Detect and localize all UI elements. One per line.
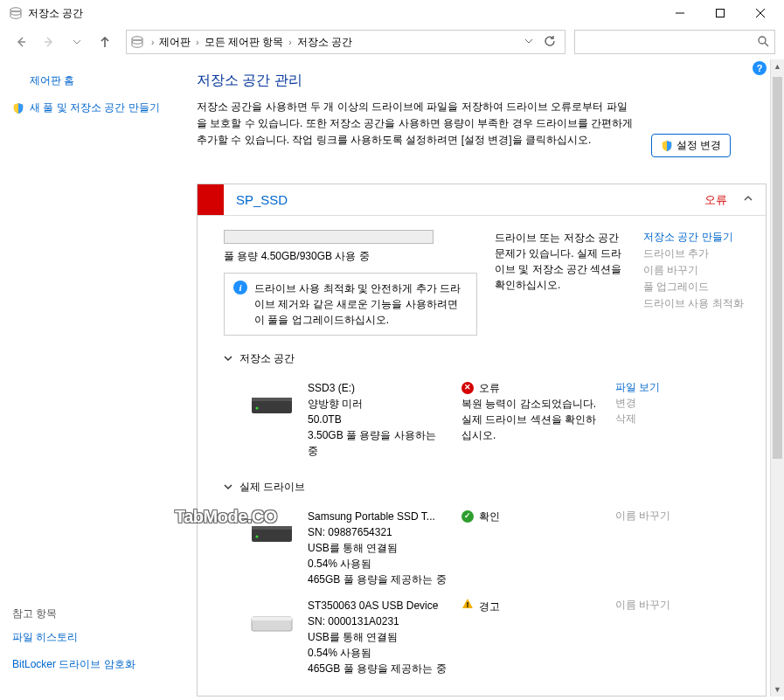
svg-rect-20 [252,617,292,620]
info-icon: i [233,281,247,295]
refresh-button[interactable] [538,35,561,50]
drive-sn: SN: 0000131A0231 [308,613,448,629]
info-text: 드라이브 사용 최적화 및 안전하게 추가 드라이브 제거와 같은 새로운 기능… [254,281,468,328]
drives-section-title[interactable]: 실제 드라이브 [224,480,748,495]
navbar: › 제어판 › 모든 제어판 항목 › 저장소 공간 [0,26,784,58]
shield-icon [661,140,673,152]
svg-point-18 [256,536,259,538]
svg-point-15 [256,407,259,410]
capacity-text: 풀 용량 4.50GB/930GB 사용 중 [224,249,477,264]
drive-icon [250,385,294,417]
main: 제어판 홈 새 풀 및 저장소 공간 만들기 참고 항목 파일 히스토리 Bit… [0,58,784,700]
breadcrumb-sep: › [287,38,293,47]
scroll-up-icon[interactable]: ▲ [771,59,784,73]
scroll-down-icon[interactable]: ▼ [771,683,784,697]
titlebar: 저장소 공간 [0,0,784,26]
svg-rect-17 [252,526,292,530]
optimize-link: 드라이브 사용 최적화 [643,296,748,311]
space-status: 오류 [479,380,500,396]
breadcrumb-sep: › [149,38,156,47]
svg-line-12 [765,43,768,46]
pool-panel: SP_SSD 오류 풀 용량 4.50GB/930GB 사용 중 i 드라이브 … [197,184,767,697]
change-settings-button[interactable]: 설정 변경 [651,134,731,157]
drive-icon [250,514,294,545]
space-item: SSD3 (E:) 양방향 미러 50.0TB 3.50GB 풀 용량을 사용하… [224,375,748,464]
drive-status: 경고 [479,599,500,614]
drive-conn: USB를 통해 연결됨 [308,629,448,645]
recent-dropdown[interactable] [65,30,89,54]
svg-point-11 [759,37,766,44]
content: ? 저장소 공간 관리 저장소 공간을 사용하면 두 개 이상의 드라이브에 파… [188,58,784,700]
view-files-link[interactable]: 파일 보기 [615,380,660,395]
space-name: SSD3 (E:) [308,380,448,396]
page-title: 저장소 공간 관리 [197,72,767,90]
drive-used: 0.54% 사용됨 [308,645,448,661]
pool-problem-text: 드라이브 또는 저장소 공간 문제가 있습니다. 실제 드라이브 및 저장소 공… [495,230,626,336]
pool-error-label: 오류 [704,192,727,208]
breadcrumb-item[interactable]: 모든 제어판 항목 [201,35,288,50]
space-status-detail: 복원 능력이 감소되었습니다. 실제 드라이브 섹션을 확인하십시오. [461,396,601,443]
maximize-button[interactable] [700,0,740,26]
drive-icon [250,603,294,634]
breadcrumb-item[interactable]: 제어판 [156,35,194,50]
sidebar-home[interactable]: 제어판 홈 [30,73,176,88]
drive-conn: USB를 통해 연결됨 [308,540,448,556]
rename-drive-link: 이름 바꾸기 [615,509,670,523]
search-icon [757,35,769,50]
up-button[interactable] [93,30,117,54]
change-settings-label: 설정 변경 [676,138,721,153]
back-button[interactable] [9,30,33,54]
sidebar-create-pool-label: 새 풀 및 저장소 공간 만들기 [30,100,160,115]
spaces-section-title[interactable]: 저장소 공간 [224,351,748,366]
rename-drive-link: 이름 바꾸기 [615,598,670,613]
breadcrumb[interactable]: › 제어판 › 모든 제어판 항목 › 저장소 공간 [126,30,565,54]
svg-rect-14 [252,398,292,401]
sidebar-create-pool[interactable]: 새 풀 및 저장소 공간 만들기 [12,100,176,115]
scrollbar-thumb[interactable] [773,77,782,459]
add-drive-link: 드라이브 추가 [643,246,748,261]
sidebar: 제어판 홈 새 풀 및 저장소 공간 만들기 참고 항목 파일 히스토리 Bit… [0,58,188,700]
pool-header[interactable]: SP_SSD 오류 [198,184,766,216]
space-type: 양방향 미러 [308,396,448,412]
spaces-label: 저장소 공간 [239,351,295,366]
rename-link: 이름 바꾸기 [643,263,748,278]
chevron-down-icon [224,482,232,494]
drive-name: Samsung Portable SSD T... [308,509,448,524]
svg-rect-3 [717,10,725,17]
drive-sn: SN: 09887654321 [308,524,448,540]
drive-item: ST350063 0AS USB Device SN: 0000131A0231… [224,593,748,682]
error-icon: ✕ [461,382,474,394]
see-also-bitlocker[interactable]: BitLocker 드라이브 암호화 [12,657,176,672]
breadcrumb-dropdown[interactable] [519,36,538,48]
chevron-up-icon[interactable] [743,193,753,206]
ok-icon: ✓ [461,510,474,523]
svg-text:!: ! [467,600,469,609]
page-description: 저장소 공간을 사용하면 두 개 이상의 드라이브에 파일을 저장하여 드라이브… [197,99,634,149]
search-input[interactable] [574,30,775,54]
close-button[interactable] [740,0,781,26]
delete-link: 삭제 [615,412,660,426]
help-icon[interactable]: ? [753,61,767,75]
upgrade-link: 풀 업그레이드 [643,280,748,295]
warning-icon: ! [461,598,474,614]
vertical-scrollbar[interactable]: ▲ ▼ [770,59,784,697]
space-usage: 3.50GB 풀 용량을 사용하는 중 [308,427,448,459]
minimize-button[interactable] [660,0,700,26]
pool-name: SP_SSD [236,192,704,207]
drive-cap: 465GB 풀 용량을 제공하는 중 [308,572,448,587]
create-space-link[interactable]: 저장소 공간 만들기 [643,230,748,245]
change-link: 변경 [615,396,660,411]
drive-used: 0.54% 사용됨 [308,556,448,572]
drive-name: ST350063 0AS USB Device [308,598,448,613]
error-indicator [198,184,224,215]
chevron-down-icon [224,353,232,365]
breadcrumb-item[interactable]: 저장소 공간 [294,35,356,50]
forward-button[interactable] [37,30,61,54]
breadcrumb-sep: › [194,38,200,47]
space-size: 50.0TB [308,412,448,427]
window-title: 저장소 공간 [28,6,660,21]
storage-icon [9,6,23,20]
see-also-file-history[interactable]: 파일 히스토리 [12,630,176,645]
capacity-bar [224,230,434,244]
pool-actions: 저장소 공간 만들기 드라이브 추가 이름 바꾸기 풀 업그레이드 드라이브 사… [643,230,748,336]
